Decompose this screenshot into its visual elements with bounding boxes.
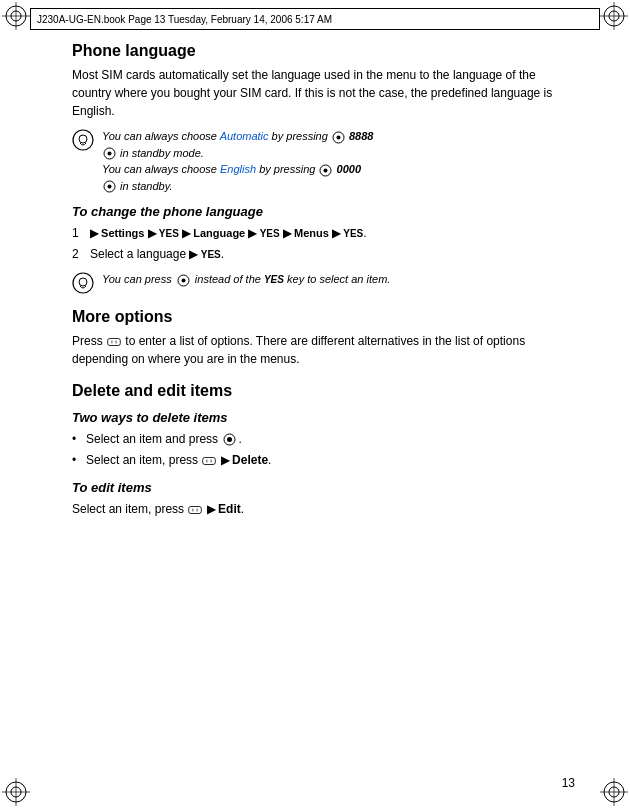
more-options-section: More options Press to enter a list of op… xyxy=(72,308,575,368)
svg-rect-35 xyxy=(203,458,216,465)
tip-icon-1 xyxy=(72,129,94,151)
svg-point-21 xyxy=(108,152,112,156)
tip-box-1: You can always choose Automatic by press… xyxy=(72,128,575,194)
bullet-item-2: • Select an item, press ▶ Delete. xyxy=(72,451,575,470)
bullet-content-2: Select an item, press ▶ Delete. xyxy=(86,451,575,470)
reg-mark-top-right xyxy=(600,2,628,30)
delete-arrow: ▶ xyxy=(221,454,229,466)
delete-edit-section: Delete and edit items Two ways to delete… xyxy=(72,382,575,518)
tip1-standby1: in standby mode. xyxy=(102,147,204,159)
tip1-line3-pre: You can always choose xyxy=(102,163,220,175)
change-language-subtitle: To change the phone language xyxy=(72,204,575,219)
svg-point-19 xyxy=(336,135,340,139)
tip1-line1-post: by pressing xyxy=(269,130,331,142)
step-1-num: 1 xyxy=(72,224,90,242)
tip1-automatic: Automatic xyxy=(220,130,269,142)
svg-rect-30 xyxy=(108,338,121,345)
page: J230A-UG-EN.book Page 13 Tuesday, Februa… xyxy=(0,0,630,808)
tip-text-2: You can press instead of the YES key to … xyxy=(102,271,390,288)
tip1-num2: 0000 xyxy=(337,163,361,175)
more-options-body: Press to enter a list of options. There … xyxy=(72,332,575,368)
reg-mark-bottom-left xyxy=(2,778,30,806)
step-2: 2 Select a language ▶ YES. xyxy=(72,245,575,263)
phone-language-body: Most SIM cards automatically set the lan… xyxy=(72,66,575,120)
tip-icon-2 xyxy=(72,272,94,294)
edit-arrow: ▶ xyxy=(207,503,215,515)
edit-subtitle: To edit items xyxy=(72,480,575,495)
tip2-post: key to select an item. xyxy=(284,273,390,285)
svg-point-29 xyxy=(181,278,185,282)
header-text: J230A-UG-EN.book Page 13 Tuesday, Februa… xyxy=(37,14,593,25)
delete-subtitle: Two ways to delete items xyxy=(72,410,575,425)
edit-label: Edit xyxy=(218,502,241,516)
phone-language-section: Phone language Most SIM cards automatica… xyxy=(72,42,575,294)
tip1-standby2: in standby. xyxy=(102,180,172,192)
tip2-mid: instead of the xyxy=(195,273,264,285)
page-number: 13 xyxy=(562,776,575,790)
tip2-pre: You can press xyxy=(102,273,175,285)
bullet-item-1: • Select an item and press . xyxy=(72,430,575,449)
delete-label: Delete xyxy=(232,453,268,467)
svg-point-27 xyxy=(79,278,87,286)
delete-edit-title: Delete and edit items xyxy=(72,382,575,400)
tip1-line3-post: by pressing xyxy=(256,163,318,175)
header-bar: J230A-UG-EN.book Page 13 Tuesday, Februa… xyxy=(30,8,600,30)
svg-point-17 xyxy=(79,135,87,143)
tip1-english: English xyxy=(220,163,256,175)
reg-mark-bottom-right xyxy=(600,778,628,806)
svg-point-34 xyxy=(227,437,232,442)
phone-language-title: Phone language xyxy=(72,42,575,60)
svg-point-25 xyxy=(108,185,112,189)
more-options-title: More options xyxy=(72,308,575,326)
delete-bullets: • Select an item and press . • Select an… xyxy=(72,430,575,470)
bullet-content-1: Select an item and press . xyxy=(86,430,575,449)
tip2-yes: YES xyxy=(264,274,284,285)
svg-point-16 xyxy=(73,130,93,150)
tip-text-1: You can always choose Automatic by press… xyxy=(102,128,373,194)
bullet-dot-1: • xyxy=(72,430,86,449)
step-2-num: 2 xyxy=(72,245,90,263)
step-1: 1 ▶ Settings ▶ YES ▶ Language ▶ YES ▶ Me… xyxy=(72,224,575,242)
svg-point-23 xyxy=(324,168,328,172)
reg-mark-top-left xyxy=(2,2,30,30)
tip1-num1: 8888 xyxy=(349,130,373,142)
change-language-steps: 1 ▶ Settings ▶ YES ▶ Language ▶ YES ▶ Me… xyxy=(72,224,575,263)
tip-box-2: You can press instead of the YES key to … xyxy=(72,271,575,294)
step-2-content: Select a language ▶ YES. xyxy=(90,245,575,263)
svg-point-26 xyxy=(73,273,93,293)
svg-rect-38 xyxy=(189,507,202,514)
tip1-btn-icon1 xyxy=(331,130,349,142)
tip1-line1-pre: You can always choose xyxy=(102,130,220,142)
tip1-btn-icon2 xyxy=(318,163,336,175)
bullet-dot-2: • xyxy=(72,451,86,470)
step-1-content: ▶ Settings ▶ YES ▶ Language ▶ YES ▶ Menu… xyxy=(90,224,575,242)
main-content: Phone language Most SIM cards automatica… xyxy=(72,42,575,758)
edit-body: Select an item, press ▶ Edit. xyxy=(72,500,575,518)
